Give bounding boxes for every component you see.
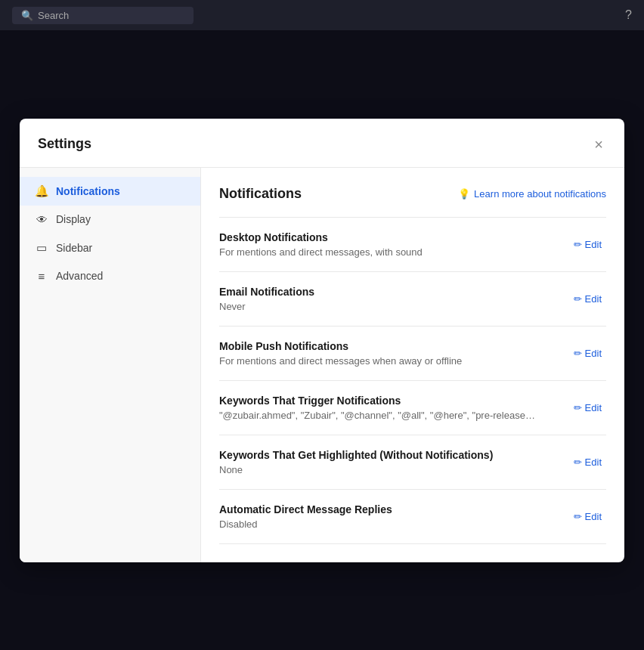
settings-row-auto-reply: Automatic Direct Message Replies Disable…	[219, 490, 606, 544]
edit-pencil-icon-6: ✏	[574, 511, 582, 522]
keywords-trigger-label: Keywords That Trigger Notifications	[219, 395, 557, 407]
settings-row-keywords-trigger: Keywords That Trigger Notifications "@zu…	[219, 381, 606, 435]
learn-more-link[interactable]: 💡 Learn more about notifications	[458, 188, 606, 200]
learn-more-icon: 💡	[458, 188, 470, 200]
settings-row-mobile: Mobile Push Notifications For mentions a…	[219, 327, 606, 381]
keywords-highlight-edit-button[interactable]: ✏ Edit	[569, 453, 606, 471]
auto-reply-info: Automatic Direct Message Replies Disable…	[219, 503, 569, 530]
display-icon: 👁	[35, 213, 48, 226]
edit-pencil-icon-4: ✏	[574, 402, 582, 413]
sidebar-item-notifications[interactable]: 🔔 Notifications	[20, 177, 200, 206]
sidebar-item-advanced-label: Advanced	[56, 270, 103, 282]
mobile-edit-label: Edit	[585, 348, 602, 359]
keywords-highlight-info: Keywords That Get Highlighted (Without N…	[219, 449, 569, 475]
auto-reply-value: Disabled	[219, 518, 537, 530]
settings-modal: Settings × 🔔 Notifications 👁 Display ▭ S…	[20, 119, 624, 562]
edit-pencil-icon-2: ✏	[574, 293, 582, 305]
close-button[interactable]: ×	[591, 134, 606, 155]
sidebar-item-notifications-label: Notifications	[56, 185, 120, 197]
settings-sidebar: 🔔 Notifications 👁 Display ▭ Sidebar ≡ Ad…	[20, 168, 201, 562]
main-content: Notifications 💡 Learn more about notific…	[201, 168, 624, 562]
desktop-value: For mentions and direct messages, with s…	[219, 246, 537, 258]
settings-row-desktop: Desktop Notifications For mentions and d…	[219, 218, 606, 272]
settings-list: Desktop Notifications For mentions and d…	[219, 217, 606, 544]
mobile-edit-button[interactable]: ✏ Edit	[569, 345, 606, 362]
modal-header: Settings ×	[20, 119, 624, 168]
email-value: Never	[219, 301, 537, 312]
keywords-trigger-value: "@zubair.ahmed", "Zubair", "@channel", "…	[219, 410, 537, 421]
sidebar-item-sidebar[interactable]: ▭ Sidebar	[20, 234, 200, 262]
keywords-highlight-edit-label: Edit	[585, 457, 602, 468]
email-info: Email Notifications Never	[219, 286, 569, 312]
desktop-info: Desktop Notifications For mentions and d…	[219, 231, 569, 258]
keywords-highlight-label: Keywords That Get Highlighted (Without N…	[219, 449, 557, 461]
email-edit-button[interactable]: ✏ Edit	[569, 290, 606, 308]
mobile-info: Mobile Push Notifications For mentions a…	[219, 340, 569, 367]
keywords-trigger-edit-label: Edit	[585, 402, 602, 413]
search-icon: 🔍	[21, 10, 33, 21]
desktop-edit-button[interactable]: ✏ Edit	[569, 236, 606, 253]
sidebar-item-advanced[interactable]: ≡ Advanced	[20, 262, 200, 290]
edit-pencil-icon-3: ✏	[574, 348, 582, 359]
settings-row-keywords-highlight: Keywords That Get Highlighted (Without N…	[219, 435, 606, 490]
mobile-value: For mentions and direct messages when aw…	[219, 355, 537, 367]
auto-reply-label: Automatic Direct Message Replies	[219, 503, 557, 515]
email-edit-label: Edit	[585, 293, 602, 305]
modal-title: Settings	[38, 136, 91, 152]
notifications-icon: 🔔	[35, 184, 48, 198]
settings-row-email: Email Notifications Never ✏ Edit	[219, 272, 606, 327]
email-label: Email Notifications	[219, 286, 557, 298]
search-placeholder: Search	[38, 10, 69, 21]
sidebar-item-sidebar-label: Sidebar	[56, 242, 92, 254]
mobile-label: Mobile Push Notifications	[219, 340, 557, 352]
keywords-highlight-value: None	[219, 464, 537, 475]
section-title: Notifications	[219, 186, 302, 202]
search-box[interactable]: 🔍 Search	[12, 7, 194, 24]
advanced-icon: ≡	[35, 270, 48, 283]
sidebar-item-display[interactable]: 👁 Display	[20, 206, 200, 234]
section-header: Notifications 💡 Learn more about notific…	[219, 186, 606, 202]
learn-more-label: Learn more about notifications	[474, 188, 606, 200]
edit-pencil-icon: ✏	[574, 239, 582, 250]
help-icon[interactable]: ?	[625, 8, 632, 22]
modal-overlay: Settings × 🔔 Notifications 👁 Display ▭ S…	[0, 30, 644, 650]
auto-reply-edit-button[interactable]: ✏ Edit	[569, 508, 606, 525]
keywords-trigger-edit-button[interactable]: ✏ Edit	[569, 399, 606, 416]
sidebar-item-display-label: Display	[56, 213, 91, 225]
keywords-trigger-info: Keywords That Trigger Notifications "@zu…	[219, 395, 569, 421]
desktop-label: Desktop Notifications	[219, 231, 557, 243]
edit-pencil-icon-5: ✏	[574, 457, 582, 468]
auto-reply-edit-label: Edit	[585, 511, 602, 522]
top-bar: 🔍 Search ?	[0, 0, 644, 30]
desktop-edit-label: Edit	[585, 239, 602, 250]
sidebar-icon: ▭	[35, 241, 48, 255]
modal-body: 🔔 Notifications 👁 Display ▭ Sidebar ≡ Ad…	[20, 168, 624, 562]
